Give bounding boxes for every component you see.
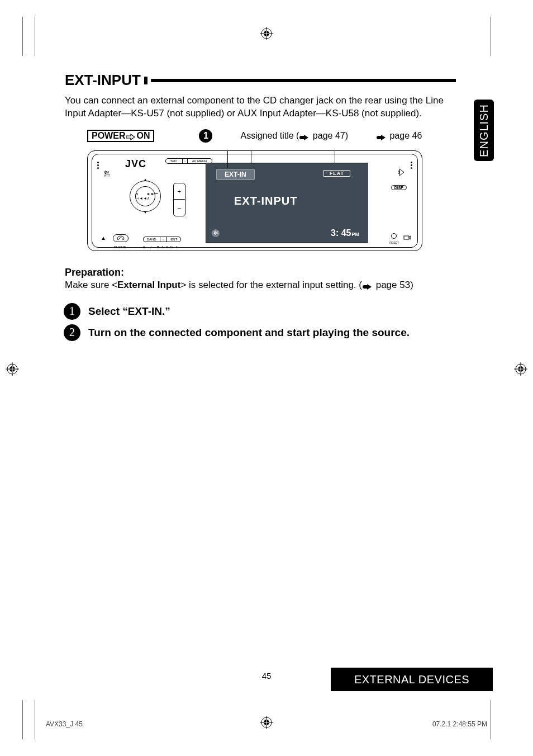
band-button-group: BAND ○ ENT — [143, 237, 181, 242]
arrow-right-icon — [126, 133, 135, 139]
leader-line-icon — [335, 151, 335, 163]
power-on-box: POWER ON — [87, 130, 154, 142]
step-1-text: Select “EXT-IN.” — [88, 305, 170, 318]
att-label: ⏻/I ATT — [104, 171, 110, 177]
screen-main-label: EXT-INPUT — [234, 195, 297, 207]
vol-minus[interactable]: – — [174, 200, 185, 216]
assigned-title-label: Assigned title ( page 47) — [240, 131, 348, 141]
device-diagram: JVC SRC ○ AV MENU ⏻/I ATT ▲ ∨ ⊣◄◄ ►►⊢ ∧ … — [87, 146, 422, 252]
indicator-dots-left — [97, 162, 99, 169]
back-label: ■ / BACK — [143, 245, 175, 249]
screen-clock: 3: 45PM — [331, 228, 359, 238]
step-2-text: Turn on the connected component and star… — [88, 327, 410, 339]
camera-icon — [403, 234, 411, 241]
dpad-group: ▲ ∨ ⊣◄◄ ►►⊢ ∧ ▼ + – — [120, 177, 203, 228]
footer-section-bar: EXTERNAL DEVICES — [331, 668, 493, 691]
brand-logo: JVC — [125, 158, 146, 170]
steps-list: 1 Select “EXT-IN.” 2 Turn on the connect… — [64, 303, 456, 341]
pointing-hand-icon — [376, 133, 386, 140]
leader-line-icon — [251, 151, 251, 164]
step-2-badge: 2 — [64, 324, 80, 341]
down-icon[interactable]: ▼ — [143, 210, 147, 215]
clock-pm: PM — [352, 231, 360, 237]
pointing-hand-icon — [362, 282, 372, 289]
mode-button[interactable]: ○ — [182, 158, 188, 164]
registration-mark-right — [514, 362, 527, 376]
bluetooth-icon: ✻ — [212, 229, 220, 237]
registration-mark-top — [260, 27, 273, 40]
reset-button[interactable] — [391, 233, 397, 239]
device-screen: EXT-IN FLAT EXT-INPUT ✻ 3: 45PM — [206, 163, 368, 243]
language-tab: ENGLISH — [474, 100, 494, 161]
heading-tick-icon — [144, 77, 147, 84]
reset-label: RESET — [389, 241, 399, 244]
step-2: 2 Turn on the connected component and st… — [64, 324, 456, 341]
page-number: 45 — [262, 671, 272, 681]
screen-eq-label: FLAT — [323, 170, 350, 177]
section-heading: EXT-INPUT — [65, 72, 456, 89]
ent-button[interactable]: ENT — [167, 237, 181, 242]
footer-section-label: EXTERNAL DEVICES — [354, 673, 469, 686]
step-1: 1 Select “EXT-IN.” — [64, 303, 456, 320]
power-label-right: ON — [136, 131, 150, 141]
screen-source-tab: EXT-IN — [216, 169, 255, 180]
page-ref-label: page 46 — [376, 131, 422, 141]
volume-rocker[interactable]: + – — [173, 183, 185, 216]
leader-line-icon — [227, 151, 228, 168]
footer-meta-left: AVX33_J 45 — [46, 720, 83, 728]
band-mid-button[interactable]: ○ — [160, 237, 168, 242]
preparation-body: Make sure <External Input> is selected f… — [65, 280, 456, 291]
registration-mark-left — [6, 362, 19, 376]
heading-rule-icon — [151, 79, 456, 82]
src-button[interactable]: SRC — [165, 158, 182, 164]
vol-plus[interactable]: + — [174, 183, 185, 200]
clock-time: 3: 45 — [331, 228, 351, 238]
svg-rect-24 — [404, 236, 409, 239]
next-track-icon[interactable]: ►►⊢ ∧ — [147, 192, 158, 201]
callout-row: POWER ON 1 Assigned title ( page 47) pag… — [65, 129, 456, 143]
prev-track-icon[interactable]: ∨ ⊣◄◄ — [136, 192, 147, 201]
preparation-heading: Preparation: — [65, 267, 456, 278]
heading-text: EXT-INPUT — [65, 72, 141, 89]
play-icon: ► — [175, 245, 179, 249]
dpad-inner[interactable]: ∨ ⊣◄◄ ►►⊢ ∧ — [135, 186, 155, 206]
power-label-left: POWER — [92, 131, 125, 141]
disp-button[interactable]: DISP — [391, 185, 407, 190]
phone-button[interactable] — [113, 234, 129, 242]
indicator-dots-right — [411, 162, 412, 169]
intro-paragraph: You can connect an external component to… — [65, 94, 456, 120]
eject-icon[interactable]: ▲ — [101, 235, 106, 241]
callout-step-1-badge: 1 — [199, 129, 212, 143]
phone-label: PHONE — [114, 245, 126, 249]
footer-meta-right: 07.2.1 2:48:55 PM — [432, 720, 487, 728]
page-content: EXT-INPUT You can connect an external co… — [65, 72, 456, 346]
right-arrow-icon[interactable] — [398, 168, 406, 177]
band-button[interactable]: BAND — [143, 237, 160, 242]
registration-mark-bottom — [260, 716, 273, 729]
language-label: ENGLISH — [478, 104, 491, 157]
pointing-hand-icon — [299, 133, 309, 140]
step-1-badge: 1 — [64, 303, 80, 320]
